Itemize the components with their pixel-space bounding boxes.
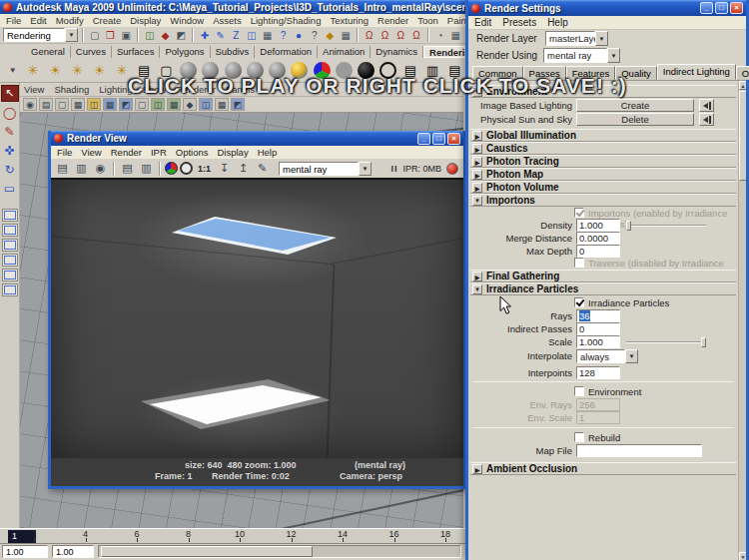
rebuild-checkbox[interactable] — [574, 432, 584, 442]
section-expanded-icon[interactable]: ▼ — [472, 196, 482, 206]
section-photon-volume[interactable]: ▶ Photon Volume — [470, 181, 736, 194]
magnet-point-icon[interactable]: Ω — [393, 28, 407, 43]
wireframe-icon[interactable]: ◆ — [183, 98, 197, 111]
section-photon-map[interactable]: ▶ Photon Map — [470, 168, 736, 181]
shelf-tab-animation[interactable]: Animation — [318, 46, 371, 58]
magnet-view-icon[interactable]: Ω — [409, 28, 423, 43]
renderer-selector[interactable]: mental ray ▼ — [279, 162, 372, 176]
traverse-checkbox[interactable] — [574, 258, 584, 268]
rv-menu-help[interactable]: Help — [258, 147, 278, 158]
panel-menu-shading[interactable]: Shading — [54, 84, 89, 95]
chevron-down-icon[interactable]: ▼ — [595, 31, 608, 46]
grid-toggle-icon[interactable]: ▦ — [71, 98, 85, 111]
gate-mask-icon[interactable]: ◩ — [119, 98, 133, 111]
record-button-icon[interactable] — [446, 163, 458, 175]
shelf-tab-subdivs[interactable]: Subdivs — [211, 46, 256, 58]
rv-menu-file[interactable]: File — [57, 147, 72, 158]
menu-assets[interactable]: Assets — [213, 15, 242, 26]
layout-hypershade-button[interactable] — [2, 269, 18, 281]
anim-start-field[interactable]: 1.00 — [2, 545, 48, 558]
map-file-field[interactable] — [576, 444, 702, 457]
shelf-light-icon-4[interactable]: ☀ — [89, 60, 110, 81]
select-component-icon[interactable]: ◩ — [174, 28, 188, 43]
rgb-channels-icon[interactable] — [165, 162, 178, 175]
rv-menu-view[interactable]: View — [81, 147, 101, 158]
render-globals-icon[interactable]: ◔ — [433, 28, 447, 43]
layout-four-view-button[interactable] — [2, 224, 18, 237]
density-field[interactable]: 1.000 — [576, 219, 620, 232]
irradiance-particles-checkbox[interactable] — [574, 297, 584, 307]
help-icon[interactable]: ? — [308, 28, 322, 43]
bookmark-icon[interactable]: ▤ — [39, 98, 53, 111]
maximize-button[interactable]: □ — [432, 133, 445, 145]
menu-create[interactable]: Create — [93, 15, 122, 26]
lock-icon[interactable]: ◆ — [324, 28, 338, 43]
tab-options[interactable]: Options — [736, 66, 749, 80]
lights-icon[interactable]: ◩ — [231, 98, 245, 111]
remove-image-icon[interactable]: ↥ — [235, 161, 252, 177]
film-gate-icon[interactable]: ◫ — [87, 98, 101, 111]
section-ambient-occlusion[interactable]: ▶ Ambient Occlusion — [470, 462, 736, 475]
select-object-icon[interactable]: ◆ — [159, 28, 173, 43]
rotate-tool-icon[interactable]: ↻ — [1, 161, 19, 178]
shelf-light-icon-2[interactable]: ☀ — [45, 60, 66, 81]
range-slider-track[interactable] — [98, 545, 461, 558]
image-plane-icon[interactable]: ▢ — [55, 98, 69, 111]
pause-icon[interactable]: II — [390, 164, 397, 174]
menu-modify[interactable]: Modify — [56, 15, 84, 26]
textured-icon[interactable]: ▦ — [215, 98, 229, 111]
open-render-globals-icon[interactable]: ✎ — [254, 161, 271, 177]
section-importons[interactable]: ▼ Importons — [470, 194, 736, 207]
paint-select-tool-icon[interactable]: ✎ — [1, 123, 19, 140]
chevron-down-icon[interactable]: ▼ — [607, 48, 620, 63]
section-collapsed-icon[interactable]: ▶ — [472, 170, 482, 180]
rv-menu-display[interactable]: Display — [218, 147, 249, 158]
rv-menu-render[interactable]: Render — [111, 147, 142, 158]
snap-point-icon[interactable]: Z — [230, 28, 244, 43]
ipr-region-icon[interactable]: ▥ — [138, 161, 155, 177]
env-rays-field[interactable]: 256 — [576, 398, 620, 411]
layout-graph-button[interactable] — [2, 283, 18, 296]
slider-handle[interactable] — [626, 221, 631, 231]
section-irradiance-particles[interactable]: ▼ Irradiance Particles — [470, 282, 736, 295]
section-collapsed-icon[interactable]: ▶ — [472, 183, 482, 193]
snap-grid-icon[interactable]: ✚ — [198, 28, 212, 43]
layout-persp-outliner-button[interactable] — [2, 239, 18, 252]
tab-indirect-lighting[interactable]: Indirect Lighting — [657, 64, 736, 80]
pss-delete-button[interactable]: Delete — [576, 113, 694, 126]
menu-edit[interactable]: Edit — [30, 15, 46, 26]
section-photon-tracing[interactable]: ▶ Photon Tracing — [470, 155, 736, 168]
menu-window[interactable]: Window — [170, 15, 204, 26]
shelf-tab-surfaces[interactable]: Surfaces — [112, 46, 161, 58]
chevron-down-icon[interactable]: ▼ — [359, 162, 372, 176]
render-current-icon[interactable]: ▦ — [448, 28, 462, 43]
slider-handle[interactable] — [701, 337, 706, 347]
merge-distance-field[interactable]: 0.0000 — [576, 232, 620, 245]
redo-render-icon[interactable]: ▤ — [54, 161, 71, 177]
menu-toon[interactable]: Toon — [417, 15, 438, 26]
render-using-selector[interactable]: mental ray ▼ — [543, 48, 620, 63]
keep-image-icon[interactable]: ↧ — [216, 161, 233, 177]
globe-icon[interactable]: ● — [292, 28, 306, 43]
shelf-selector-icon[interactable]: ▼ — [4, 60, 21, 80]
ibl-create-button[interactable]: Create — [576, 99, 694, 112]
lasso-tool-icon[interactable]: ◯ — [1, 104, 19, 121]
rv-menu-options[interactable]: Options — [176, 147, 209, 158]
scroll-down-icon[interactable]: ▼ — [739, 552, 746, 560]
section-collapsed-icon[interactable]: ▶ — [472, 157, 482, 167]
open-scene-icon[interactable]: ❒ — [104, 28, 118, 43]
rs-menu-presets[interactable]: Presets — [502, 17, 536, 28]
scale-tool-icon[interactable]: ▭ — [1, 180, 19, 197]
camera-attrs-icon[interactable]: ◉ — [23, 98, 37, 111]
layout-split-button[interactable] — [2, 254, 18, 267]
settings-scrollbar[interactable]: ▲ ▼ — [738, 81, 746, 560]
render-layer-selector[interactable]: masterLayer ▼ — [545, 31, 608, 46]
layout-single-button[interactable] — [2, 209, 18, 222]
section-caustics[interactable]: ▶ Caustics — [470, 142, 736, 155]
section-collapsed-icon[interactable]: ▶ — [472, 144, 482, 154]
shelf-tab-rendering[interactable]: Rendering — [423, 46, 465, 58]
render-region-icon[interactable]: ▥ — [73, 161, 90, 177]
make-live-icon[interactable]: ▦ — [261, 28, 275, 43]
section-final-gathering[interactable]: ▶ Final Gathering — [470, 270, 736, 282]
importons-checkbox[interactable] — [574, 208, 584, 218]
